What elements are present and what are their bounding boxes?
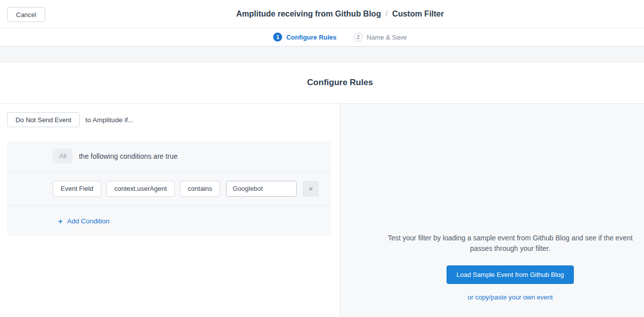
stepper: 1 Configure Rules 2 Name & Save	[0, 28, 644, 47]
step-2-label: Name & Save	[367, 34, 407, 41]
step-2-circle: 2	[354, 33, 363, 42]
test-filter-panel: Test your filter by loading a sample eve…	[340, 104, 644, 317]
load-sample-event-button[interactable]: Load Sample Event from Github Blog	[447, 265, 574, 284]
paste-own-event-link[interactable]: or copy/paste your own event	[340, 293, 644, 301]
step-name-and-save[interactable]: 2 Name & Save	[354, 33, 407, 42]
plus-icon: +	[58, 217, 63, 225]
window: Cancel Amplitude receiving from Github B…	[0, 0, 644, 317]
add-condition-button[interactable]: + Add Condition	[7, 205, 331, 236]
test-filter-description: Test your filter by loading a sample eve…	[382, 233, 638, 254]
filter-action-button[interactable]: Do Not Send Event	[7, 112, 80, 127]
breadcrumb-separator: /	[385, 10, 387, 19]
spacer-band	[0, 47, 644, 62]
step-configure-rules[interactable]: 1 Configure Rules	[273, 33, 336, 42]
breadcrumb-page: Custom Filter	[392, 10, 444, 19]
top-bar: Cancel Amplitude receiving from Github B…	[0, 0, 644, 28]
filter-action-row: Do Not Send Event to Amplitude if...	[7, 112, 333, 127]
remove-condition-button[interactable]: ×	[303, 181, 319, 197]
rules-panel: Do Not Send Event to Amplitude if... All…	[0, 104, 340, 317]
condition-row: Event Field context.userAgent contains ×	[7, 171, 331, 205]
condition-field-button[interactable]: context.userAgent	[106, 181, 175, 197]
match-type-text: the following conditions are true	[79, 152, 177, 160]
breadcrumb: Amplitude receiving from Github Blog / C…	[236, 10, 444, 19]
close-icon: ×	[309, 184, 313, 193]
add-condition-label: Add Condition	[67, 217, 110, 225]
match-type-row: All the following conditions are true	[7, 141, 331, 171]
breadcrumb-source[interactable]: Amplitude receiving from Github Blog	[236, 10, 381, 19]
step-1-circle: 1	[273, 33, 282, 42]
match-type-chip[interactable]: All	[53, 149, 73, 163]
step-1-label: Configure Rules	[286, 34, 336, 41]
condition-value-input[interactable]	[226, 181, 297, 197]
filter-action-suffix: to Amplitude if...	[85, 116, 133, 124]
condition-operator-button[interactable]: contains	[180, 181, 220, 197]
condition-type-button[interactable]: Event Field	[53, 181, 101, 197]
heading-section: Configure Rules	[0, 62, 644, 104]
conditions-group: All the following conditions are true Ev…	[7, 141, 331, 236]
page-title: Configure Rules	[307, 78, 373, 88]
cancel-button[interactable]: Cancel	[7, 7, 45, 22]
